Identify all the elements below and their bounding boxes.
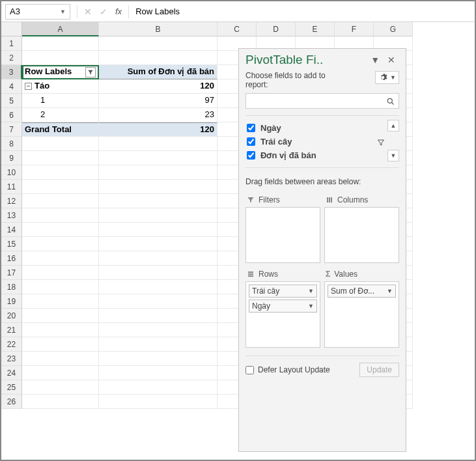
row-header-21[interactable]: 21 (1, 323, 22, 337)
row-header-17[interactable]: 17 (1, 266, 22, 280)
cell-B5[interactable]: 97 (99, 94, 217, 108)
row-header-5[interactable]: 5 (1, 94, 22, 108)
cell-A25[interactable] (22, 380, 99, 395)
cell-A22[interactable] (22, 337, 99, 352)
scroll-up-icon[interactable]: ▲ (387, 120, 399, 132)
row-header-6[interactable]: 6 (1, 108, 22, 122)
name-box-dropdown-icon[interactable]: ▼ (60, 8, 66, 15)
column-header-F[interactable]: F (335, 22, 374, 36)
cell-A3[interactable]: Row Labels (22, 65, 99, 79)
column-header-D[interactable]: D (257, 22, 296, 36)
field-checkbox[interactable] (247, 151, 255, 160)
cell-A1[interactable] (22, 36, 99, 51)
rows-dropzone[interactable]: Trái cây▼Ngày▼ (245, 281, 320, 348)
cell-A5[interactable]: 1 (22, 94, 99, 108)
cell-A7[interactable]: Grand Total (22, 122, 99, 137)
field-search[interactable] (245, 93, 399, 109)
field-Ngày[interactable]: Ngày (245, 121, 399, 135)
row-header-7[interactable]: 7 (1, 122, 22, 137)
row-header-1[interactable]: 1 (1, 36, 22, 51)
update-button[interactable]: Update (359, 363, 399, 377)
cell-B10[interactable] (99, 165, 217, 180)
row-header-23[interactable]: 23 (1, 352, 22, 366)
field-Trái cây[interactable]: Trái cây (245, 135, 399, 148)
search-input[interactable] (246, 94, 383, 108)
cell-B13[interactable] (99, 208, 217, 223)
row-header-19[interactable]: 19 (1, 294, 22, 309)
cell-A18[interactable] (22, 280, 99, 294)
cell-B9[interactable] (99, 151, 217, 165)
row-header-4[interactable]: 4 (1, 79, 22, 94)
cell-A19[interactable] (22, 294, 99, 309)
cell-A8[interactable] (22, 137, 99, 151)
cell-A9[interactable] (22, 151, 99, 165)
cell-B8[interactable] (99, 137, 217, 151)
row-header-14[interactable]: 14 (1, 223, 22, 237)
cell-B26[interactable] (99, 395, 217, 409)
filter-icon[interactable] (377, 137, 385, 147)
cell-B20[interactable] (99, 309, 217, 323)
cell-B19[interactable] (99, 294, 217, 309)
row-header-16[interactable]: 16 (1, 251, 22, 266)
row-header-24[interactable]: 24 (1, 366, 22, 380)
filters-dropzone[interactable] (245, 207, 320, 263)
row-header-22[interactable]: 22 (1, 337, 22, 352)
cell-A21[interactable] (22, 323, 99, 337)
values-dropzone[interactable]: Sum of Đơ...▼ (324, 281, 399, 348)
cell-A20[interactable] (22, 309, 99, 323)
cell-A2[interactable] (22, 51, 99, 65)
cell-B4[interactable]: 120 (99, 79, 217, 94)
cell-B11[interactable] (99, 180, 217, 194)
search-icon[interactable] (383, 94, 399, 108)
cell-A10[interactable] (22, 165, 99, 180)
defer-layout-checkbox[interactable]: Defer Layout Update (245, 365, 330, 374)
row-header-18[interactable]: 18 (1, 280, 22, 294)
cell-B12[interactable] (99, 194, 217, 208)
collapse-icon[interactable]: − (25, 83, 32, 90)
column-header-A[interactable]: A (22, 22, 99, 36)
cell-A13[interactable] (22, 208, 99, 223)
row-labels-filter-icon[interactable] (85, 67, 96, 77)
fx-icon[interactable]: fx (115, 7, 122, 16)
cell-A24[interactable] (22, 366, 99, 380)
cell-A26[interactable] (22, 395, 99, 409)
cell-B15[interactable] (99, 237, 217, 251)
columns-dropzone[interactable] (324, 207, 399, 263)
cell-B16[interactable] (99, 251, 217, 266)
row-header-2[interactable]: 2 (1, 51, 22, 65)
cell-B25[interactable] (99, 380, 217, 395)
cell-A15[interactable] (22, 237, 99, 251)
row-header-20[interactable]: 20 (1, 309, 22, 323)
tools-button[interactable]: ▼ (375, 71, 399, 84)
cell-A4[interactable]: −Táo (22, 79, 99, 94)
cell-A14[interactable] (22, 223, 99, 237)
row-header-15[interactable]: 15 (1, 237, 22, 251)
cell-B2[interactable] (99, 51, 217, 65)
cell-A6[interactable]: 2 (22, 108, 99, 122)
cell-B24[interactable] (99, 366, 217, 380)
cell-B3[interactable]: Sum of Đơn vị đã bán (99, 65, 217, 79)
cell-B22[interactable] (99, 337, 217, 352)
row-header-25[interactable]: 25 (1, 380, 22, 395)
cell-A17[interactable] (22, 266, 99, 280)
row-header-8[interactable]: 8 (1, 137, 22, 151)
cell-A11[interactable] (22, 180, 99, 194)
cell-B18[interactable] (99, 280, 217, 294)
cell-B23[interactable] (99, 352, 217, 366)
select-all-corner[interactable] (1, 22, 22, 36)
area-item[interactable]: Ngày▼ (249, 300, 317, 313)
cell-B7[interactable]: 120 (99, 122, 217, 137)
chevron-down-icon[interactable]: ▼ (387, 288, 393, 294)
cell-A12[interactable] (22, 194, 99, 208)
formula-input[interactable]: Row Labels (132, 5, 475, 18)
row-header-3[interactable]: 3 (1, 65, 22, 79)
row-header-13[interactable]: 13 (1, 208, 22, 223)
chevron-down-icon[interactable]: ▼ (308, 303, 314, 309)
cell-B21[interactable] (99, 323, 217, 337)
cell-B1[interactable] (99, 36, 217, 51)
close-icon[interactable]: ✕ (384, 55, 399, 65)
name-box[interactable]: A3 ▼ (5, 4, 70, 20)
row-header-10[interactable]: 10 (1, 165, 22, 180)
column-header-B[interactable]: B (99, 22, 217, 36)
field-checkbox[interactable] (247, 124, 255, 132)
